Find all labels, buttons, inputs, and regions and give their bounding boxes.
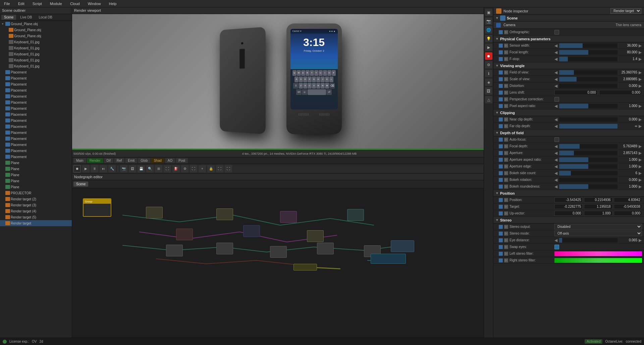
- section-scene[interactable]: ▼ Scene: [493, 15, 644, 21]
- list-item[interactable]: ▼ Ground_Plane.obj: [0, 21, 72, 27]
- key[interactable]: Y: [314, 70, 318, 76]
- prop-slider[interactable]: [559, 238, 618, 243]
- prop-checkbox[interactable]: [554, 245, 559, 249]
- tool-btn[interactable]: 💾: [138, 165, 145, 172]
- ng-node-yellow[interactable]: [293, 264, 317, 270]
- key[interactable]: L: [329, 77, 333, 82]
- pos-z[interactable]: 4.83942: [614, 197, 642, 202]
- fullscreen-button[interactable]: ⛶: [225, 165, 232, 172]
- prop-checkbox[interactable]: [554, 97, 559, 102]
- list-item[interactable]: Render target (3): [0, 202, 72, 208]
- prop-anim-btn[interactable]: ▷: [504, 205, 508, 209]
- list-item-selected[interactable]: Render target: [0, 220, 72, 226]
- prop-slider[interactable]: [559, 178, 618, 182]
- list-item[interactable]: Placement: [0, 148, 72, 154]
- texture-icon[interactable]: 🖼: [485, 87, 492, 95]
- prop-slider[interactable]: [559, 50, 618, 55]
- viewport-content[interactable]: Carrier ▾ ● ● ▲ 3:15 Friday, October 2: [72, 14, 484, 150]
- list-item[interactable]: Placement: [0, 142, 72, 148]
- key[interactable]: P: [332, 70, 336, 76]
- prop-enable-btn[interactable]: [499, 57, 503, 61]
- prop-dec-btn[interactable]: ◀: [554, 57, 558, 61]
- prop-enable-btn[interactable]: [499, 117, 503, 121]
- list-item[interactable]: Keyboard_01.jpg: [0, 51, 72, 57]
- prop-slider[interactable]: [559, 144, 618, 149]
- prop-dec-btn[interactable]: ◀: [554, 77, 558, 82]
- prop-enable-btn[interactable]: [499, 50, 503, 54]
- prop-enable-btn[interactable]: [499, 225, 503, 229]
- render-tab-ao[interactable]: AO: [165, 158, 175, 163]
- prop-anim-btn[interactable]: ▷: [504, 211, 508, 215]
- prop-anim-btn[interactable]: ▷: [504, 91, 508, 95]
- menu-file[interactable]: File: [3, 1, 11, 6]
- render-tab-emit[interactable]: Emit: [125, 158, 137, 163]
- prop-inc-btn[interactable]: ▶: [639, 50, 642, 55]
- render-icon[interactable]: ▶: [485, 44, 492, 51]
- key[interactable]: O: [327, 70, 331, 76]
- settings-icon[interactable]: ⚙: [485, 61, 492, 68]
- camera-icon[interactable]: 📷: [485, 17, 492, 25]
- prop-dec-btn[interactable]: ◀: [554, 178, 558, 182]
- prop-anim-btn[interactable]: ▷: [504, 238, 508, 242]
- prop-dec-btn[interactable]: ◀: [554, 164, 558, 169]
- env-icon[interactable]: 🌐: [485, 26, 492, 34]
- render-tab-glob[interactable]: Glob: [138, 158, 150, 163]
- ng-node[interactable]: [146, 207, 163, 218]
- key[interactable]: M: [325, 83, 329, 89]
- list-item[interactable]: Placement: [0, 93, 72, 99]
- prop-enable-btn[interactable]: [499, 91, 503, 95]
- menu-help[interactable]: Help: [108, 1, 118, 6]
- list-item[interactable]: Placement: [0, 130, 72, 136]
- list-item[interactable]: Keyboard_01.jpg: [0, 63, 72, 69]
- prop-anim-btn[interactable]: ▷: [504, 171, 508, 175]
- key-emoji[interactable]: ☺: [302, 89, 307, 95]
- list-item[interactable]: Render target (4): [0, 208, 72, 214]
- tool-btn[interactable]: ⏸: [91, 165, 98, 172]
- prop-enable-btn[interactable]: [499, 151, 503, 155]
- geo-icon[interactable]: △: [485, 96, 492, 103]
- prop-inc-btn[interactable]: ▶: [639, 171, 642, 176]
- prop-enable-btn[interactable]: [499, 84, 503, 88]
- key[interactable]: E: [301, 70, 305, 76]
- prop-dec-btn[interactable]: ◀: [554, 43, 558, 48]
- ng-node[interactable]: [317, 243, 334, 254]
- key[interactable]: T: [310, 70, 314, 76]
- record-icon[interactable]: ⏺: [485, 52, 492, 60]
- up-x[interactable]: 0.000: [554, 211, 583, 216]
- prop-dec-btn[interactable]: ◀: [554, 50, 558, 55]
- prop-enable-btn[interactable]: [499, 30, 503, 34]
- list-item[interactable]: Placement: [0, 69, 72, 75]
- prop-anim-btn[interactable]: ▷: [504, 164, 508, 168]
- prop-anim-btn[interactable]: ▷: [504, 258, 508, 262]
- tool-btn[interactable]: ▶: [82, 165, 90, 172]
- section-dof[interactable]: ▼ Depth of field: [493, 130, 644, 136]
- render-tab-ref[interactable]: Ref: [114, 158, 125, 163]
- list-item[interactable]: Placement: [0, 87, 72, 93]
- up-z[interactable]: 0.000: [614, 211, 642, 216]
- prop-enable-btn[interactable]: [499, 124, 503, 128]
- list-item[interactable]: Keyboard_01.jpg: [0, 57, 72, 63]
- key[interactable]: F: [308, 77, 312, 82]
- ng-node[interactable]: [243, 225, 260, 237]
- prop-enable-btn[interactable]: [499, 97, 503, 101]
- prop-dec-btn[interactable]: ◀: [554, 171, 558, 176]
- section-physical-camera[interactable]: ▼ Physical Camera parameters: [493, 36, 644, 42]
- prop-enable-btn[interactable]: [499, 238, 503, 242]
- prop-dec-btn[interactable]: ◀: [554, 124, 558, 129]
- tool-btn[interactable]: ⏯: [100, 165, 107, 172]
- ng-node[interactable]: [216, 243, 233, 254]
- key-num[interactable]: 123: [296, 89, 302, 95]
- prop-anim-btn[interactable]: ▷: [504, 84, 508, 88]
- prop-inc-btn[interactable]: ▶: [639, 151, 642, 155]
- menu-script[interactable]: Script: [31, 1, 43, 6]
- ng-node[interactable]: [166, 245, 183, 256]
- prop-enable-btn[interactable]: [499, 252, 503, 256]
- prop-anim-btn[interactable]: ▷: [504, 57, 508, 61]
- prop-slider[interactable]: [559, 84, 618, 88]
- tool-btn[interactable]: 🔧: [108, 165, 116, 172]
- prop-slider[interactable]: [559, 77, 618, 82]
- prop-anim-btn[interactable]: ▷: [504, 185, 508, 189]
- list-item[interactable]: PROJECTOR: [0, 190, 72, 196]
- outliner-tab-localdb[interactable]: Local DB: [36, 15, 55, 20]
- prop-enable-btn[interactable]: [499, 138, 503, 142]
